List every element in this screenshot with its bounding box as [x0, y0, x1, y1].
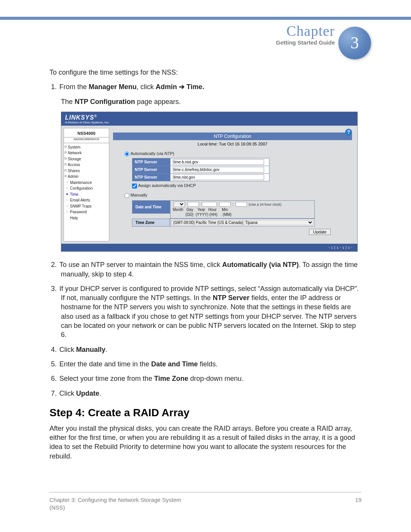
timezone-select[interactable]: (GMT-08:00) Pacific Time (US & Canada); … — [171, 220, 314, 225]
nav-email-alerts[interactable]: Email Alerts — [64, 197, 109, 203]
t: Time. — [186, 83, 204, 91]
footer-nss: (NSS) — [49, 504, 181, 511]
date-time-header: Date and Time — [132, 200, 170, 214]
linksys-header: LINKSYS® A Division of Cisco Systems, In… — [61, 112, 357, 126]
section-heading-raid: Step 4: Create a RAID Array — [49, 406, 362, 420]
update-button[interactable]: Update — [309, 229, 331, 235]
nav-network[interactable]: Network — [64, 150, 109, 156]
hour-input[interactable] — [219, 202, 231, 207]
page-number: 19 — [355, 496, 362, 512]
t: Update — [76, 390, 99, 397]
radio-auto-ntp[interactable]: Automatically (via NTP) — [124, 151, 352, 157]
t: . — [99, 390, 101, 397]
month-select[interactable] — [174, 201, 185, 207]
radio-auto-input[interactable] — [124, 152, 129, 157]
t: NTP Server — [213, 294, 250, 302]
side-nav: NSS4000 NAS0018f8056419 System Network S… — [64, 128, 109, 241]
chapter-number-badge: 3 — [338, 27, 371, 59]
t: , click — [137, 83, 156, 91]
page-content: To configure the time settings for the N… — [49, 68, 362, 466]
t: NTP Configuration — [75, 98, 135, 105]
step-6: 6.Select your time zone from the Time Zo… — [59, 374, 362, 383]
section-body-raid: After you install the physical disks, yo… — [49, 424, 362, 461]
top-accent-bar — [0, 17, 411, 20]
day-input[interactable] — [188, 202, 199, 207]
step-1-sub: The NTP Configuration page appears. — [61, 97, 362, 106]
ntp-header: NTP Server — [132, 166, 170, 174]
t: Automatically (via NTP) — [222, 261, 299, 268]
nav-storage[interactable]: Storage — [64, 156, 109, 162]
nav-admin[interactable]: Admin — [64, 174, 109, 180]
t: From the — [59, 83, 89, 91]
nav-time[interactable]: Time — [64, 192, 109, 198]
model-label: NSS4000 — [64, 130, 109, 137]
dt-col-labels2: (DD) (YYYY) (HH) (MM) — [173, 212, 312, 217]
footer-chapter: Chapter 3: Configuring the Network Stora… — [49, 496, 181, 504]
step-5: 5.Enter the date and time in the Date an… — [59, 359, 362, 369]
page-footer: Chapter 3: Configuring the Network Stora… — [49, 492, 362, 512]
ntp-server-1-input[interactable] — [173, 159, 264, 165]
nav-snmp-traps[interactable]: SNMP Traps — [64, 203, 109, 209]
ntp-server-2-input[interactable] — [173, 167, 264, 173]
t: Admin — [156, 83, 177, 91]
year-input[interactable] — [202, 202, 217, 207]
step-1: 1.From the Manager Menu, click Admin ➔ T… — [59, 82, 362, 106]
t: Click — [59, 346, 76, 353]
t: To use an NTP server to maintain the NSS… — [59, 261, 222, 268]
serial-label: NAS0018f8056419 — [64, 137, 109, 143]
step-3: 3.If your DHCP server is configured to p… — [59, 284, 362, 340]
ntp-header: NTP Server — [132, 174, 170, 181]
ntp-config-screenshot: LINKSYS® A Division of Cisco Systems, In… — [61, 112, 358, 252]
nav-access[interactable]: Access — [64, 162, 109, 168]
t: Click — [59, 390, 76, 397]
guide-name: Getting Started Guide — [276, 39, 335, 46]
t: Select your time zone from the — [59, 375, 154, 382]
t: Manually — [131, 193, 147, 197]
t: Enter the date and time in the — [59, 360, 151, 368]
dhcp-checkbox-row[interactable]: Assign automatically via DHCP — [132, 183, 352, 189]
ntp-header: NTP Server — [132, 158, 170, 166]
radio-manual-input[interactable] — [124, 193, 129, 198]
ntp-server-3-input[interactable] — [173, 174, 264, 180]
step-2: 2.To use an NTP server to maintain the N… — [59, 260, 362, 279]
dt-col-labels: Month Day Year Hour Min — [173, 207, 312, 212]
cisco-footer: ·ı|ı·ı|ı· cisco — [61, 244, 357, 251]
brand-tagline: A Division of Cisco Systems, Inc. — [65, 121, 354, 125]
t: fields. — [198, 360, 218, 368]
step-4: 4.Click Manually. — [59, 345, 362, 354]
clock-note: (Use a 24-hour clock) — [249, 203, 281, 206]
t: Date and Time — [151, 360, 198, 368]
intro-text: To configure the time settings for the N… — [49, 68, 362, 77]
t: Manually — [76, 346, 105, 353]
t: drop-down menu. — [188, 375, 244, 382]
nav-maintenance[interactable]: Maintenance — [64, 180, 109, 186]
t: Manager Menu — [89, 83, 137, 91]
dhcp-checkbox[interactable] — [132, 184, 137, 189]
chapter-word: Chapter — [287, 21, 335, 41]
t: page appears. — [135, 98, 181, 105]
nav-configuration[interactable]: Configuration — [64, 185, 109, 192]
ntp-servers-table: NTP Server NTP Server NTP Server — [132, 158, 269, 181]
step-7: 7.Click Update. — [59, 389, 362, 398]
min-input[interactable] — [236, 202, 247, 207]
timezone-header: Time Zone — [132, 219, 170, 227]
t: The — [61, 98, 75, 105]
panel-title: NTP Configuration — [113, 133, 352, 140]
t: Time Zone — [154, 375, 188, 382]
nav-help[interactable]: Help — [64, 215, 109, 221]
nav-password[interactable]: Password — [64, 209, 109, 215]
t: Automatically (via NTP) — [131, 151, 174, 156]
brand-logo: LINKSYS — [65, 114, 94, 121]
cisco-logo-text: cisco — [345, 251, 354, 254]
nav-system[interactable]: System — [64, 144, 109, 150]
local-time: Local time: Tue Oct 16 16:09:35 2007 — [113, 140, 352, 150]
t: . — [105, 346, 107, 353]
radio-manual[interactable]: Manually — [124, 192, 352, 198]
arrow-icon: ➔ — [177, 83, 186, 91]
t: Assign automatically via DHCP — [138, 183, 196, 188]
nav-shares[interactable]: Shares — [64, 168, 109, 174]
